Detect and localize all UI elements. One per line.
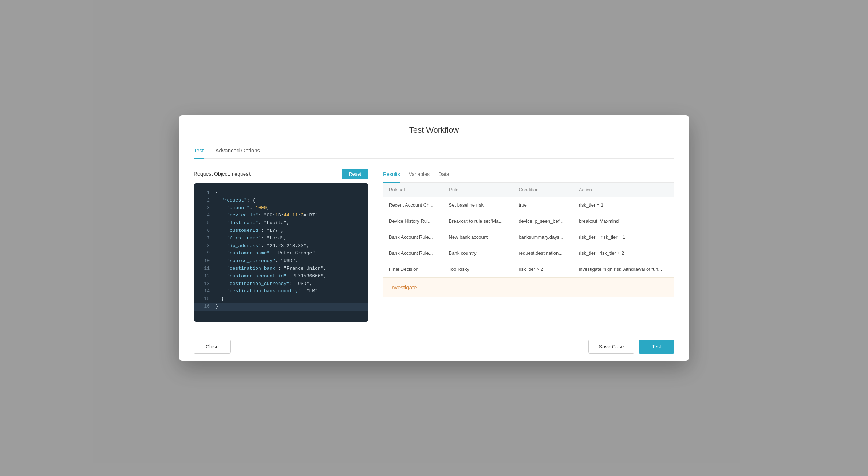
modal-body: Request Object: request Reset 1{2 "reque…: [179, 159, 689, 332]
line-number: 9: [200, 250, 210, 257]
table-row: Recent Account Ch...Set baseline risktru…: [383, 197, 674, 213]
table-cell-ruleset: Recent Account Ch...: [383, 197, 443, 213]
line-number: 2: [200, 197, 210, 204]
test-button[interactable]: Test: [639, 340, 674, 354]
table-cell-rule: Breakout to rule set 'Ma...: [443, 213, 513, 229]
line-content: "ip_address": "24.23.218.33",: [216, 242, 309, 250]
table-cell-rule: New bank account: [443, 229, 513, 245]
modal-tabs: Test Advanced Options: [194, 144, 674, 159]
table-cell-rule: Bank country: [443, 245, 513, 261]
table-header-condition: Condition: [513, 183, 573, 197]
line-content: "destination_bank": "France Union",: [216, 265, 326, 273]
table-cell-action: risk_tier = 1: [573, 197, 674, 213]
table-header-action: Action: [573, 183, 674, 197]
table-header-row: RulesetRuleConditionAction: [383, 183, 674, 197]
code-line: 14 "destination_bank_country": "FR": [194, 288, 368, 295]
code-line: 2 "request": {: [194, 197, 368, 204]
table-cell-action: risk_tier = risk_tier + 1: [573, 229, 674, 245]
left-panel: Request Object: request Reset 1{2 "reque…: [194, 169, 368, 322]
code-line: 6 "customerId": "L77",: [194, 227, 368, 235]
table-row: Final DecisionToo Riskyrisk_tier > 2inve…: [383, 261, 674, 277]
code-line: 8 "ip_address": "24.23.218.33",: [194, 242, 368, 250]
line-content: "customer_name": "Peter Grange",: [216, 250, 318, 257]
code-line: 13 "destination_currency": "USD",: [194, 280, 368, 288]
save-case-button[interactable]: Save Case: [588, 340, 634, 354]
table-cell-rule: Too Risky: [443, 261, 513, 277]
code-line: 12 "customer_account_id": "FX1536666",: [194, 273, 368, 280]
table-row: Bank Account Rule...New bank accountbank…: [383, 229, 674, 245]
line-content: "destination_bank_country": "FR": [216, 288, 318, 295]
table-cell-condition: true: [513, 197, 573, 213]
line-content: }: [216, 303, 218, 311]
table-cell-ruleset: Final Decision: [383, 261, 443, 277]
code-line: 11 "destination_bank": "France Union",: [194, 265, 368, 273]
footer-right: Save Case Test: [588, 340, 674, 354]
close-button[interactable]: Close: [194, 340, 231, 354]
line-content: "last_name": "Lupita",: [216, 219, 289, 227]
line-number: 16: [200, 303, 210, 311]
line-content: "customer_account_id": "FX1536666",: [216, 273, 326, 280]
line-number: 3: [200, 204, 210, 212]
table-row: Bank Account Rule...Bank countryrequest.…: [383, 245, 674, 261]
code-line: 10 "source_currency": "USD",: [194, 257, 368, 265]
line-number: 4: [200, 212, 210, 219]
code-line: 7 "first_name": "Lord",: [194, 235, 368, 242]
table-cell-action: risk_tier= risk_tier + 2: [573, 245, 674, 261]
line-content: "customerId": "L77",: [216, 227, 284, 235]
table-body: Recent Account Ch...Set baseline risktru…: [383, 197, 674, 277]
line-number: 6: [200, 227, 210, 235]
code-line: 5 "last_name": "Lupita",: [194, 219, 368, 227]
code-editor[interactable]: 1{2 "request": {3 "amount": 1000,4 "devi…: [194, 183, 368, 322]
table-cell-ruleset: Bank Account Rule...: [383, 229, 443, 245]
code-line: 9 "customer_name": "Peter Grange",: [194, 250, 368, 257]
results-tabs: ResultsVariablesData: [383, 169, 674, 183]
line-number: 1: [200, 189, 210, 197]
table-cell-action: investigate 'high risk withdrawal of fun…: [573, 261, 674, 277]
results-table: RulesetRuleConditionAction Recent Accoun…: [383, 183, 674, 277]
line-number: 10: [200, 257, 210, 265]
table-cell-condition: device.ip_seen_bef...: [513, 213, 573, 229]
table-cell-condition: request.destination...: [513, 245, 573, 261]
line-number: 15: [200, 295, 210, 303]
request-label-text: Request Object: request: [194, 171, 252, 177]
results-tab-results[interactable]: Results: [383, 169, 400, 183]
table-cell-condition: banksummary.days...: [513, 229, 573, 245]
line-content: "source_currency": "USD",: [216, 257, 298, 265]
line-number: 14: [200, 288, 210, 295]
tab-advanced-options[interactable]: Advanced Options: [216, 144, 260, 159]
line-content: "first_name": "Lord",: [216, 235, 287, 242]
line-content: {: [216, 189, 218, 197]
line-number: 12: [200, 273, 210, 280]
line-number: 13: [200, 280, 210, 288]
line-number: 5: [200, 219, 210, 227]
request-label-row: Request Object: request Reset: [194, 169, 368, 179]
code-line: 16}: [194, 303, 368, 311]
modal-overlay: Test Workflow Test Advanced Options Requ…: [0, 0, 868, 476]
investigate-banner: Investigate: [383, 277, 674, 297]
line-content: "request": {: [216, 197, 255, 204]
test-workflow-modal: Test Workflow Test Advanced Options Requ…: [179, 115, 689, 361]
line-number: 7: [200, 235, 210, 242]
code-line: 1{: [194, 189, 368, 197]
table-cell-ruleset: Bank Account Rule...: [383, 245, 443, 261]
table-header-rule: Rule: [443, 183, 513, 197]
code-line: 15 }: [194, 295, 368, 303]
table-cell-condition: risk_tier > 2: [513, 261, 573, 277]
line-content: "amount": 1000,: [216, 204, 269, 212]
table-cell-rule: Set baseline risk: [443, 197, 513, 213]
table-cell-action: breakout 'Maxmind': [573, 213, 674, 229]
table-cell-ruleset: Device History Rul...: [383, 213, 443, 229]
line-content: "device_id": "00:1B:44:11:3A:B7",: [216, 212, 321, 219]
line-content: "destination_currency": "USD",: [216, 280, 312, 288]
table-row: Device History Rul...Breakout to rule se…: [383, 213, 674, 229]
investigate-text: Investigate: [390, 284, 417, 290]
results-tab-data[interactable]: Data: [438, 169, 449, 183]
modal-title: Test Workflow: [194, 125, 674, 135]
tab-test[interactable]: Test: [194, 144, 204, 159]
right-panel: ResultsVariablesData RulesetRuleConditio…: [383, 169, 674, 322]
line-number: 11: [200, 265, 210, 273]
reset-button[interactable]: Reset: [342, 169, 368, 179]
code-line: 3 "amount": 1000,: [194, 204, 368, 212]
modal-header: Test Workflow Test Advanced Options: [179, 115, 689, 159]
results-tab-variables[interactable]: Variables: [409, 169, 430, 183]
